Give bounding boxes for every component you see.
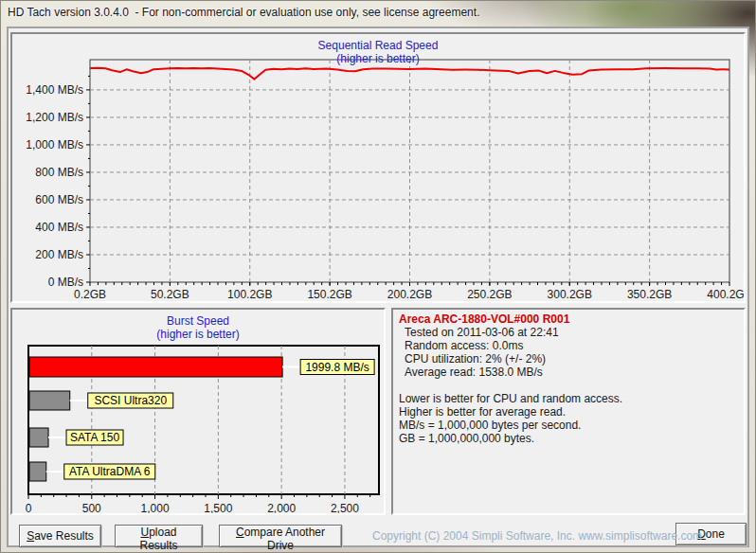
cpu-utilization-line: CPU utilization: 2% (+/- 2%) <box>399 352 738 366</box>
y-tick-label: 1,400 MB/s <box>26 83 83 97</box>
y-tick-label: 200 MB/s <box>35 248 83 261</box>
random-access-line: Random access: 0.0ms <box>399 339 738 352</box>
copyright-text: Copyright (C) 2004 Simpli Software, Inc.… <box>372 529 702 543</box>
x-tick-label: 1,000 <box>141 502 170 513</box>
y-tick-label: 0 MB/s <box>48 276 83 289</box>
bar-label-ata-ultradma-6: ATA UltraDMA 6 <box>69 465 151 478</box>
sequential-read-panel: 0 MB/s200 MB/s400 MB/s600 MB/s800 MB/s1,… <box>10 32 746 303</box>
save-results-button[interactable]: Save Results <box>19 525 101 547</box>
x-tick-label: 0 <box>26 502 32 513</box>
y-tick-label: 800 MB/s <box>35 166 83 179</box>
titlebar[interactable]: HD Tach version 3.0.4.0 - For non-commer… <box>0 0 756 27</box>
window-title: HD Tach version 3.0.4.0 - For non-commer… <box>8 6 479 19</box>
tested-on-line: Tested on 2011-03-06 at 22:41 <box>399 326 738 339</box>
hdtach-window: HD Tach version 3.0.4.0 - For non-commer… <box>0 0 756 553</box>
compare-another-drive-button[interactable]: Compare Another Drive <box>219 525 342 547</box>
x-tick-label: 0.2GB <box>74 288 106 301</box>
bar-label-sata-150: SATA 150 <box>70 431 120 444</box>
bar-label-tested-drive: 1999.8 MB/s <box>305 361 369 374</box>
x-tick-label: 1,500 <box>204 502 232 513</box>
x-tick-label: 2,000 <box>267 502 296 513</box>
bar-scsi-ultra320 <box>29 391 70 410</box>
upload-results-button[interactable]: Upload Results <box>115 525 203 547</box>
bar-ata-ultradma-6 <box>29 462 46 481</box>
y-tick-label: 600 MB/s <box>35 193 83 206</box>
sequential-read-chart: 0 MB/s200 MB/s400 MB/s600 MB/s800 MB/s1,… <box>12 34 744 301</box>
drive-name: Areca ARC-1880-VOL#000 R001 <box>399 312 738 326</box>
drive-info-panel: Areca ARC-1880-VOL#000 R001 Tested on 20… <box>391 308 746 515</box>
bar-sata-150 <box>29 428 48 447</box>
x-tick-label: 250.2GB <box>467 288 512 301</box>
burst-speed-panel: 05001,0001,5002,0002,5001999.8 MB/sSCSI … <box>10 308 386 515</box>
y-tick-label: 400 MB/s <box>35 221 83 234</box>
note-mbs-def: MB/s = 1,000,000 bytes per second. <box>399 419 738 432</box>
bar-tested-drive <box>29 357 282 377</box>
note-lower-better: Lower is better for CPU and random acces… <box>399 392 738 405</box>
note-higher-better: Higher is better for average read. <box>399 405 738 419</box>
x-tick-label: 300.2GB <box>548 288 592 301</box>
x-tick-label: 150.2GB <box>307 288 351 301</box>
x-tick-label: 50.2GB <box>151 288 189 301</box>
note-gb-def: GB = 1,000,000,000 bytes. <box>399 432 738 445</box>
burst-speed-chart: 05001,0001,5002,0002,5001999.8 MB/sSCSI … <box>12 310 384 513</box>
y-tick-label: 1,200 MB/s <box>26 111 83 124</box>
x-tick-label: 350.2GB <box>627 288 672 301</box>
average-read-line: Average read: 1538.0 MB/s <box>399 366 738 379</box>
info-spacer <box>399 379 738 392</box>
x-tick-label: 2,500 <box>331 502 359 513</box>
bar-label-scsi-ultra320: SCSI Ultra320 <box>94 394 167 407</box>
client-area: 0 MB/s200 MB/s400 MB/s600 MB/s800 MB/s1,… <box>7 27 749 547</box>
x-tick-label: 200.2GB <box>387 288 432 301</box>
y-tick-label: 1,000 MB/s <box>26 138 83 152</box>
x-tick-label: 100.2GB <box>227 288 272 301</box>
x-tick-label: 500 <box>82 502 101 513</box>
x-tick-label: 400.2GB <box>707 288 744 301</box>
